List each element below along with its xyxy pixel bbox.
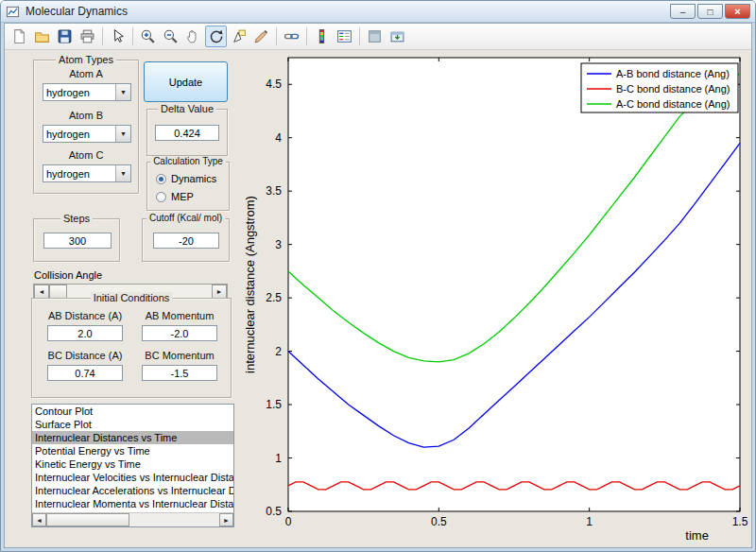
data-cursor-icon [231,28,247,44]
titlebar[interactable]: Molecular Dynamics – □ × [1,1,755,23]
slider-right-arrow[interactable]: ► [212,285,227,299]
edit-plot-button[interactable] [107,26,129,47]
plot-axes[interactable]: 00.511.50.511.522.533.544.5A-B bond dist… [241,52,756,547]
link-plot-button[interactable] [281,26,302,47]
data-cursor-button[interactable] [228,26,249,47]
bc-distance-field[interactable] [47,365,123,381]
scroll-right-arrow[interactable]: ► [219,513,233,526]
zoom-in-button[interactable] [137,26,159,47]
chart[interactable]: 00.511.50.511.522.533.544.5A-B bond dist… [241,52,756,547]
scrollbar-thumb[interactable] [46,513,129,526]
toolbar [5,24,751,50]
steps-field[interactable] [43,233,112,249]
cutoff-panel: Cutoff (Kcal/ mol) [142,218,230,262]
hide-plot-tools-button[interactable] [364,26,386,47]
ab-momentum-label: AB Momentum [134,310,225,321]
zoom-out-button[interactable] [160,26,181,47]
toolbar-separator [306,27,307,45]
atom-c-dropdown[interactable]: hydrogen ▼ [43,164,131,182]
zoom-out-icon [163,28,179,44]
plot-type-listbox[interactable]: Contour Plot Surface Plot Internuclear D… [31,404,234,527]
steps-panel: Steps [33,218,120,262]
y-tick-label: 3.5 [266,184,282,198]
y-tick-label: 1 [275,452,282,465]
ab-distance-field[interactable] [47,325,123,341]
dock-figure-button[interactable] [387,26,408,47]
bc-momentum-label: BC Momentum [134,350,225,361]
atom-b-dropdown[interactable]: hydrogen ▼ [43,125,131,143]
toolbar-separator [276,27,277,45]
cursor-arrow-icon [110,28,126,44]
bc-momentum-field[interactable] [142,365,217,381]
list-item[interactable]: Internuclear Velocities vs Internuclear … [32,471,233,484]
dock-figure-icon [389,28,405,44]
scroll-left-arrow[interactable]: ◄ [32,513,46,526]
list-item[interactable]: Internuclear Accelerations vs Internucle… [32,484,233,497]
list-item[interactable]: Internuclear Distances vs Time [32,431,233,444]
atom-b-value: hydrogen [43,129,115,140]
x-tick-label: 0.5 [431,515,447,528]
toolbar-separator [132,27,133,45]
calculation-type-panel: Calculation Type Dynamics MEP [146,162,230,211]
maximize-button[interactable]: □ [697,4,723,19]
slider-thumb[interactable] [49,285,67,299]
app-window: Molecular Dynamics – □ × [0,0,756,552]
legend[interactable]: A-B bond distance (Ang)B-C bond distance… [581,63,738,112]
window-frame: Atom Types Atom A hydrogen ▼ Atom B hydr… [4,23,752,548]
rotate-3d-icon [208,28,224,44]
slider-left-arrow[interactable]: ◄ [34,285,49,299]
y-tick-label: 1.5 [266,398,282,411]
atom-c-value: hydrogen [43,168,115,180]
list-item[interactable]: Internuclear Momenta vs Internuclear Dis… [32,497,233,510]
y-tick-label: 4 [275,131,282,145]
save-icon [57,28,73,44]
panel-title: Calculation Type [150,156,226,166]
dynamics-radio[interactable]: Dynamics [156,173,216,184]
y-tick-label: 2.5 [266,291,282,304]
hand-icon [185,28,201,44]
atom-b-label: Atom B [34,110,138,121]
delta-value-field[interactable] [155,125,219,141]
insert-legend-button[interactable] [334,26,355,47]
delta-value-panel: Delta Value [146,109,228,156]
ab-momentum-field[interactable] [142,325,217,341]
link-plot-icon [284,28,300,44]
hide-plot-tools-icon [367,28,383,44]
minimize-button[interactable]: – [670,4,696,19]
radio-icon [156,192,166,202]
list-item[interactable]: Contour Plot [32,405,233,418]
list-item[interactable]: Potential Energy vs Time [32,444,233,457]
y-tick-label: 2 [275,345,282,358]
list-item[interactable]: Surface Plot [32,418,233,431]
mep-radio[interactable]: MEP [156,191,194,202]
insert-colorbar-button[interactable] [311,26,333,47]
new-figure-button[interactable] [9,26,30,47]
brush-button[interactable] [250,26,272,47]
pan-button[interactable] [182,26,204,47]
atom-a-value: hydrogen [43,87,115,98]
chevron-down-icon: ▼ [115,165,130,181]
app-icon [6,5,20,19]
chevron-down-icon: ▼ [115,126,130,142]
close-button[interactable]: × [725,4,750,19]
save-figure-button[interactable] [54,26,76,47]
atom-a-dropdown[interactable]: hydrogen ▼ [43,83,131,101]
panel-title: Initial Conditions [91,292,173,303]
dynamics-radio-label: Dynamics [171,173,216,184]
x-tick-label: 1 [586,515,593,528]
list-item[interactable]: Kinetic Energy vs Time [32,457,233,471]
atom-types-panel: Atom Types Atom A hydrogen ▼ Atom B hydr… [33,60,139,194]
panel-title: Atom Types [56,54,116,65]
brush-icon [253,28,269,44]
cutoff-field[interactable] [153,233,219,249]
printer-icon [79,28,95,44]
legend-label: A-B bond distance (Ang) [616,68,730,79]
rotate-3d-button[interactable] [205,26,227,47]
horizontal-scrollbar[interactable]: ◄ ► [32,512,233,526]
update-button[interactable]: Update [144,61,228,102]
panel-title: Delta Value [158,103,216,114]
open-file-button[interactable] [31,26,53,47]
y-tick-label: 3 [275,238,282,251]
listbox-items: Contour Plot Surface Plot Internuclear D… [32,405,233,512]
print-figure-button[interactable] [77,26,98,47]
